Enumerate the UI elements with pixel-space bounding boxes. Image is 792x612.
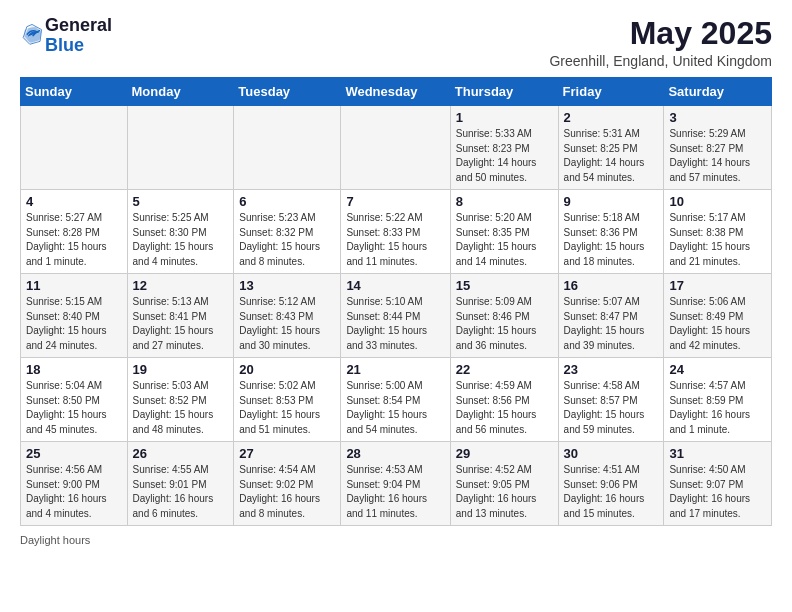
day-info: Sunrise: 5:00 AM Sunset: 8:54 PM Dayligh… [346,379,444,437]
calendar-cell: 28Sunrise: 4:53 AM Sunset: 9:04 PM Dayli… [341,442,450,526]
day-info: Sunrise: 4:50 AM Sunset: 9:07 PM Dayligh… [669,463,766,521]
calendar-cell: 11Sunrise: 5:15 AM Sunset: 8:40 PM Dayli… [21,274,128,358]
calendar-cell: 29Sunrise: 4:52 AM Sunset: 9:05 PM Dayli… [450,442,558,526]
day-info: Sunrise: 5:02 AM Sunset: 8:53 PM Dayligh… [239,379,335,437]
day-info: Sunrise: 5:31 AM Sunset: 8:25 PM Dayligh… [564,127,659,185]
week-row-2: 4Sunrise: 5:27 AM Sunset: 8:28 PM Daylig… [21,190,772,274]
day-number: 30 [564,446,659,461]
day-number: 26 [133,446,229,461]
calendar-cell: 8Sunrise: 5:20 AM Sunset: 8:35 PM Daylig… [450,190,558,274]
title-block: May 2025 Greenhill, England, United King… [549,16,772,69]
day-number: 12 [133,278,229,293]
logo-blue: Blue [45,35,84,55]
day-number: 18 [26,362,122,377]
day-number: 10 [669,194,766,209]
day-info: Sunrise: 4:53 AM Sunset: 9:04 PM Dayligh… [346,463,444,521]
weekday-header-row: SundayMondayTuesdayWednesdayThursdayFrid… [21,78,772,106]
week-row-4: 18Sunrise: 5:04 AM Sunset: 8:50 PM Dayli… [21,358,772,442]
day-number: 5 [133,194,229,209]
calendar-cell: 9Sunrise: 5:18 AM Sunset: 8:36 PM Daylig… [558,190,664,274]
day-number: 20 [239,362,335,377]
day-info: Sunrise: 5:04 AM Sunset: 8:50 PM Dayligh… [26,379,122,437]
calendar-cell: 20Sunrise: 5:02 AM Sunset: 8:53 PM Dayli… [234,358,341,442]
calendar-cell: 25Sunrise: 4:56 AM Sunset: 9:00 PM Dayli… [21,442,128,526]
day-number: 4 [26,194,122,209]
calendar-cell: 31Sunrise: 4:50 AM Sunset: 9:07 PM Dayli… [664,442,772,526]
day-info: Sunrise: 5:09 AM Sunset: 8:46 PM Dayligh… [456,295,553,353]
calendar-cell [127,106,234,190]
day-info: Sunrise: 5:29 AM Sunset: 8:27 PM Dayligh… [669,127,766,185]
week-row-1: 1Sunrise: 5:33 AM Sunset: 8:23 PM Daylig… [21,106,772,190]
calendar-cell: 19Sunrise: 5:03 AM Sunset: 8:52 PM Dayli… [127,358,234,442]
day-number: 2 [564,110,659,125]
day-info: Sunrise: 5:23 AM Sunset: 8:32 PM Dayligh… [239,211,335,269]
weekday-header-sunday: Sunday [21,78,128,106]
calendar-cell: 6Sunrise: 5:23 AM Sunset: 8:32 PM Daylig… [234,190,341,274]
calendar-cell: 14Sunrise: 5:10 AM Sunset: 8:44 PM Dayli… [341,274,450,358]
day-number: 3 [669,110,766,125]
calendar-cell [21,106,128,190]
page: General Blue May 2025 Greenhill, England… [0,0,792,612]
calendar-cell [234,106,341,190]
calendar-cell: 3Sunrise: 5:29 AM Sunset: 8:27 PM Daylig… [664,106,772,190]
logo-text: General Blue [45,16,112,56]
day-info: Sunrise: 5:33 AM Sunset: 8:23 PM Dayligh… [456,127,553,185]
day-number: 6 [239,194,335,209]
logo: General Blue [20,16,112,56]
weekday-header-thursday: Thursday [450,78,558,106]
day-info: Sunrise: 5:22 AM Sunset: 8:33 PM Dayligh… [346,211,444,269]
calendar-cell: 10Sunrise: 5:17 AM Sunset: 8:38 PM Dayli… [664,190,772,274]
calendar-cell: 1Sunrise: 5:33 AM Sunset: 8:23 PM Daylig… [450,106,558,190]
calendar-cell: 21Sunrise: 5:00 AM Sunset: 8:54 PM Dayli… [341,358,450,442]
day-info: Sunrise: 5:15 AM Sunset: 8:40 PM Dayligh… [26,295,122,353]
day-info: Sunrise: 5:13 AM Sunset: 8:41 PM Dayligh… [133,295,229,353]
day-number: 28 [346,446,444,461]
day-info: Sunrise: 4:59 AM Sunset: 8:56 PM Dayligh… [456,379,553,437]
day-number: 7 [346,194,444,209]
calendar-cell: 12Sunrise: 5:13 AM Sunset: 8:41 PM Dayli… [127,274,234,358]
day-info: Sunrise: 4:55 AM Sunset: 9:01 PM Dayligh… [133,463,229,521]
day-number: 19 [133,362,229,377]
week-row-3: 11Sunrise: 5:15 AM Sunset: 8:40 PM Dayli… [21,274,772,358]
header: General Blue May 2025 Greenhill, England… [20,16,772,69]
day-number: 8 [456,194,553,209]
day-number: 9 [564,194,659,209]
day-info: Sunrise: 5:07 AM Sunset: 8:47 PM Dayligh… [564,295,659,353]
month-title: May 2025 [549,16,772,51]
day-info: Sunrise: 5:27 AM Sunset: 8:28 PM Dayligh… [26,211,122,269]
calendar-cell: 7Sunrise: 5:22 AM Sunset: 8:33 PM Daylig… [341,190,450,274]
day-info: Sunrise: 4:56 AM Sunset: 9:00 PM Dayligh… [26,463,122,521]
calendar-cell [341,106,450,190]
weekday-header-wednesday: Wednesday [341,78,450,106]
day-number: 22 [456,362,553,377]
day-info: Sunrise: 4:54 AM Sunset: 9:02 PM Dayligh… [239,463,335,521]
weekday-header-friday: Friday [558,78,664,106]
day-info: Sunrise: 5:18 AM Sunset: 8:36 PM Dayligh… [564,211,659,269]
day-number: 11 [26,278,122,293]
day-number: 27 [239,446,335,461]
day-number: 17 [669,278,766,293]
day-number: 24 [669,362,766,377]
daylight-label: Daylight hours [20,534,90,546]
day-number: 1 [456,110,553,125]
calendar-cell: 17Sunrise: 5:06 AM Sunset: 8:49 PM Dayli… [664,274,772,358]
calendar-cell: 13Sunrise: 5:12 AM Sunset: 8:43 PM Dayli… [234,274,341,358]
day-info: Sunrise: 5:10 AM Sunset: 8:44 PM Dayligh… [346,295,444,353]
logo-general: General [45,15,112,35]
day-info: Sunrise: 5:12 AM Sunset: 8:43 PM Dayligh… [239,295,335,353]
day-number: 14 [346,278,444,293]
day-number: 16 [564,278,659,293]
day-info: Sunrise: 5:03 AM Sunset: 8:52 PM Dayligh… [133,379,229,437]
calendar-cell: 26Sunrise: 4:55 AM Sunset: 9:01 PM Dayli… [127,442,234,526]
day-number: 13 [239,278,335,293]
day-number: 25 [26,446,122,461]
footer: Daylight hours [20,534,772,546]
day-info: Sunrise: 4:58 AM Sunset: 8:57 PM Dayligh… [564,379,659,437]
day-info: Sunrise: 4:51 AM Sunset: 9:06 PM Dayligh… [564,463,659,521]
calendar-cell: 23Sunrise: 4:58 AM Sunset: 8:57 PM Dayli… [558,358,664,442]
day-number: 23 [564,362,659,377]
week-row-5: 25Sunrise: 4:56 AM Sunset: 9:00 PM Dayli… [21,442,772,526]
day-info: Sunrise: 5:06 AM Sunset: 8:49 PM Dayligh… [669,295,766,353]
weekday-header-tuesday: Tuesday [234,78,341,106]
calendar-cell: 15Sunrise: 5:09 AM Sunset: 8:46 PM Dayli… [450,274,558,358]
